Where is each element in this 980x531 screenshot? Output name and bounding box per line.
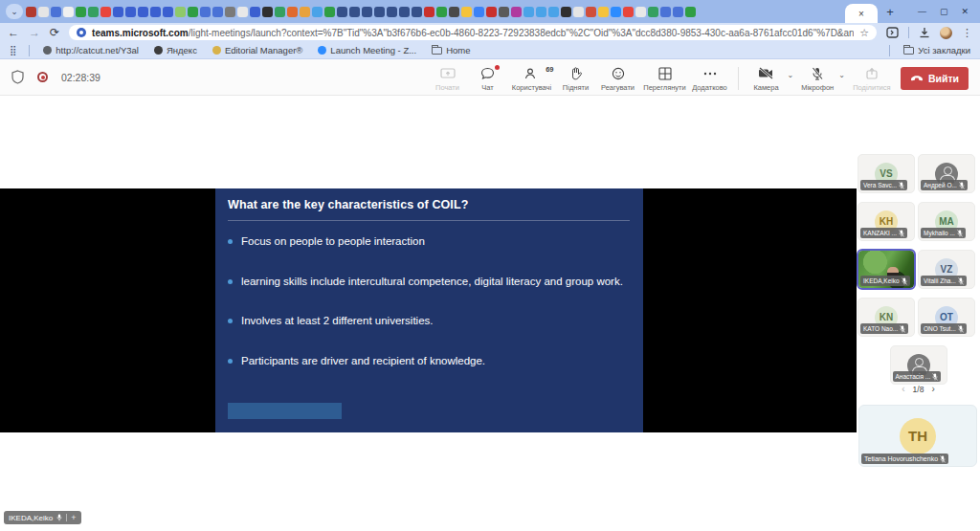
participant-tile[interactable]: VS Vera Savc... xyxy=(858,154,915,193)
tab-favicon[interactable] xyxy=(100,7,111,17)
tab-favicon[interactable] xyxy=(26,7,36,17)
tab-favicon[interactable] xyxy=(113,7,123,17)
camera-button[interactable]: Камера xyxy=(746,63,787,92)
reload-icon[interactable]: ⟳ xyxy=(50,26,59,39)
tab-favicon[interactable] xyxy=(175,7,186,17)
tab-favicon[interactable] xyxy=(424,7,434,17)
bookmark-item[interactable]: Яндекс xyxy=(154,45,197,55)
bookmark-item[interactable]: Home xyxy=(432,45,470,55)
tab-favicon[interactable] xyxy=(399,7,410,17)
browser-menu-icon[interactable]: ⋮ xyxy=(962,27,972,39)
chat-button[interactable]: Чат xyxy=(468,63,508,92)
tab-favicon[interactable] xyxy=(436,7,447,17)
pagination-prev-icon[interactable]: ‹ xyxy=(902,384,904,394)
participant-tile[interactable]: Андрей О... xyxy=(918,154,975,193)
pagination-next-icon[interactable]: › xyxy=(931,384,934,394)
tab-favicon[interactable] xyxy=(324,7,335,17)
participant-tile[interactable]: Анастасія ... xyxy=(890,345,947,385)
mic-options-chevron-icon[interactable]: ⌄ xyxy=(838,71,845,79)
tab-favicon[interactable] xyxy=(461,7,472,17)
tab-favicon[interactable] xyxy=(362,7,372,17)
tab-favicon[interactable] xyxy=(237,7,248,17)
side-panel-icon[interactable] xyxy=(886,27,899,38)
tab-favicon[interactable] xyxy=(486,7,497,17)
new-tab-button[interactable]: + xyxy=(880,2,900,21)
tab-favicon[interactable] xyxy=(586,7,596,17)
tab-favicon[interactable] xyxy=(262,7,273,17)
react-button[interactable]: Реагувати xyxy=(596,63,640,92)
profile-avatar[interactable] xyxy=(940,27,952,39)
tab-favicon[interactable] xyxy=(51,7,61,17)
leave-button[interactable]: Вийти xyxy=(901,67,969,90)
participant-tile[interactable]: VZ Vitalii Zha... xyxy=(918,250,975,289)
tab-favicon[interactable] xyxy=(412,7,422,17)
tab-favicon[interactable] xyxy=(188,7,198,17)
tab-favicon[interactable] xyxy=(387,7,397,17)
maximize-icon[interactable]: ▢ xyxy=(940,7,948,16)
all-bookmarks-button[interactable]: Усі закладки xyxy=(903,45,970,55)
bookmark-item[interactable]: http://catcut.net/Y3al xyxy=(43,45,139,55)
tab-favicon[interactable] xyxy=(225,7,235,17)
tab-favicon[interactable] xyxy=(536,7,546,17)
tab-favicon[interactable] xyxy=(648,7,658,17)
bookmark-star-icon[interactable]: ☆ xyxy=(859,27,869,39)
tab-favicon[interactable] xyxy=(499,7,509,17)
tab-favicon[interactable] xyxy=(561,7,571,17)
tab-favicon[interactable] xyxy=(523,7,534,17)
tab-favicon[interactable] xyxy=(38,7,49,17)
tab-favicon[interactable] xyxy=(374,7,385,17)
apps-grid-icon[interactable]: ⣿ xyxy=(10,45,15,55)
download-icon[interactable] xyxy=(919,27,930,38)
tab-favicon[interactable] xyxy=(312,7,323,17)
tab-favicon[interactable] xyxy=(76,7,86,17)
tab-favicon[interactable] xyxy=(474,7,484,17)
more-button[interactable]: Додатково xyxy=(690,63,730,92)
participant-tile[interactable]: MA Mykhailo ... xyxy=(918,202,975,241)
forward-icon[interactable]: → xyxy=(29,26,40,39)
shield-icon[interactable] xyxy=(11,70,24,84)
minimize-icon[interactable]: — xyxy=(918,7,926,16)
participants-button[interactable]: 69 Користувачі xyxy=(508,63,556,92)
bookmark-item[interactable]: Launch Meeting - Z... xyxy=(318,45,416,55)
tab-favicon[interactable] xyxy=(250,7,260,17)
tab-favicon[interactable] xyxy=(623,7,634,17)
tab-favicon[interactable] xyxy=(611,7,621,17)
camera-options-chevron-icon[interactable]: ⌄ xyxy=(788,71,794,79)
tab-favicon[interactable] xyxy=(63,7,74,17)
active-tab[interactable]: × xyxy=(845,4,878,23)
self-participant-tile[interactable]: TH Tetiana Hovorushchenko xyxy=(858,405,977,467)
presenter-name-pill[interactable]: IKEDA,Keiko + xyxy=(4,511,81,524)
tab-favicon[interactable] xyxy=(349,7,360,17)
tab-favicon[interactable] xyxy=(573,7,584,17)
tab-favicon[interactable] xyxy=(200,7,211,17)
tab-favicon[interactable] xyxy=(548,7,559,17)
bookmark-item[interactable]: Editorial Manager® xyxy=(212,45,302,55)
tab-favicon[interactable] xyxy=(125,7,136,17)
tab-favicon[interactable] xyxy=(337,7,347,17)
raise-hand-button[interactable]: Підняти xyxy=(556,63,596,92)
tab-favicon[interactable] xyxy=(163,7,173,17)
address-bar[interactable]: teams.microsoft.com/light-meetings/launc… xyxy=(69,25,877,40)
tab-favicon[interactable] xyxy=(511,7,522,17)
tab-favicon[interactable] xyxy=(88,7,99,17)
shared-screen-stage[interactable]: What are the key characteristics of COIL… xyxy=(0,188,857,432)
mic-button[interactable]: Мікрофон xyxy=(797,63,837,92)
participant-tile[interactable]: OT ONO Tsut... xyxy=(918,298,975,337)
close-icon[interactable]: ✕ xyxy=(961,7,969,16)
pin-button[interactable]: + xyxy=(71,513,76,522)
tab-favicon[interactable] xyxy=(673,7,683,17)
tab-favicon[interactable] xyxy=(275,7,285,17)
view-button[interactable]: Переглянути xyxy=(640,63,690,92)
tab-favicon[interactable] xyxy=(150,7,161,17)
participant-tile[interactable]: KN KATO Nao... xyxy=(858,298,915,337)
participant-tile[interactable]: IKEDA,Keiko xyxy=(858,250,915,289)
tab-favicon[interactable] xyxy=(660,7,671,17)
tab-search-button[interactable]: ⌄ xyxy=(6,4,23,19)
tab-favicon[interactable] xyxy=(685,7,696,17)
site-info-icon[interactable] xyxy=(77,28,86,37)
tab-favicon[interactable] xyxy=(138,7,148,17)
tab-favicon[interactable] xyxy=(287,7,298,17)
tab-close-icon[interactable]: × xyxy=(858,9,864,19)
tab-favicon[interactable] xyxy=(212,7,223,17)
tab-favicon[interactable] xyxy=(598,7,609,17)
